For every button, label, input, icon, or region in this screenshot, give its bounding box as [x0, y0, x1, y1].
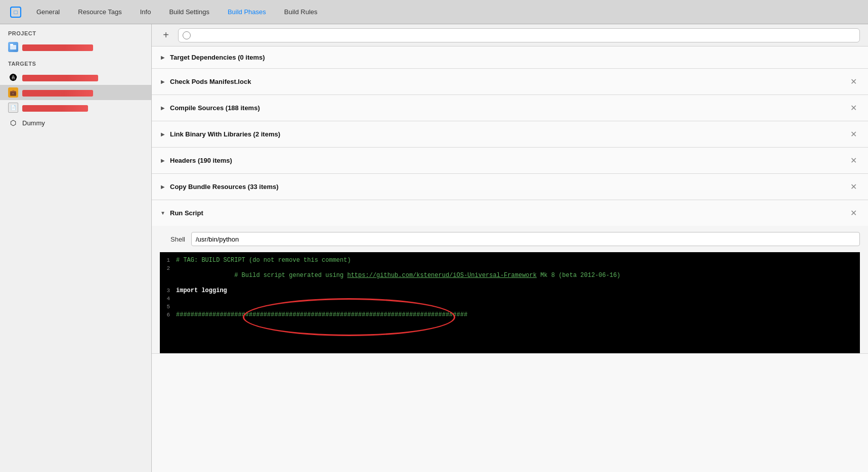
svg-rect-0 — [10, 45, 16, 50]
phase-close-headers[interactable]: ✕ — [847, 155, 860, 166]
sidebar-item-file[interactable]: 📄 — [0, 100, 151, 115]
line-content-5 — [176, 303, 860, 310]
search-icon — [183, 31, 191, 39]
code-line-6: 6 ######################################… — [160, 311, 860, 319]
xcode-icon: □ — [10, 7, 21, 18]
chevron-right-icon-2: ▶ — [160, 79, 166, 84]
phase-close-copy-bundle[interactable]: ✕ — [847, 181, 860, 193]
tab-build-settings[interactable]: Build Settings — [169, 6, 209, 18]
shell-row: Shell — [160, 232, 860, 246]
tab-build-phases[interactable]: Build Phases — [228, 6, 266, 18]
sidebar-item-app[interactable]: 🅐 — [0, 70, 151, 85]
run-script-body: Shell 1 # TAG: BUILD SCRIPT (do not remo… — [152, 226, 868, 353]
file-target-icon: 📄 — [8, 103, 18, 113]
line-num-3: 3 — [160, 287, 176, 294]
content-area: + ▶ Target Dependencies (0 items) ▶ Chec… — [152, 24, 868, 472]
file-target-label — [22, 104, 88, 111]
phase-copy-bundle: ▶ Copy Bundle Resources (33 items) ✕ — [152, 174, 868, 200]
add-phase-button[interactable]: + — [160, 29, 172, 41]
sidebar: PROJECT TARGETS 🅐 💼 — [0, 24, 152, 472]
cube-target-icon: ⬡ — [8, 118, 18, 128]
line-content-2: # Build script generated using https://g… — [176, 265, 860, 286]
phase-title-link-binary: Link Binary With Libraries (2 items) — [170, 130, 843, 138]
shell-label: Shell — [160, 235, 185, 243]
search-input[interactable] — [194, 32, 855, 39]
phase-title-run-script: Run Script — [170, 209, 843, 217]
line-num-2: 2 — [160, 265, 176, 271]
phase-check-pods: ▶ Check Pods Manifest.lock ✕ — [152, 69, 868, 95]
phase-header-check-pods[interactable]: ▶ Check Pods Manifest.lock ✕ — [152, 69, 868, 95]
phase-close-compile-sources[interactable]: ✕ — [847, 102, 860, 114]
chevron-down-icon: ▼ — [160, 210, 166, 216]
code-line-5: 5 — [160, 303, 860, 311]
tab-build-rules[interactable]: Build Rules — [284, 6, 318, 18]
project-icon — [8, 42, 18, 52]
code-line-1: 1 # TAG: BUILD SCRIPT (do not remove thi… — [160, 256, 860, 264]
tab-resource-tags[interactable]: Resource Tags — [78, 6, 121, 18]
line-content-4 — [176, 295, 860, 302]
phase-header-headers[interactable]: ▶ Headers (190 items) ✕ — [152, 148, 868, 173]
phase-headers: ▶ Headers (190 items) ✕ — [152, 148, 868, 174]
phase-close-link-binary[interactable]: ✕ — [847, 128, 860, 140]
targets-section-label: TARGETS — [0, 55, 151, 70]
project-section-label: PROJECT — [0, 24, 151, 39]
chevron-right-icon: ▶ — [160, 55, 166, 60]
sidebar-item-briefcase[interactable]: 💼 — [0, 85, 151, 100]
chevron-right-icon-5: ▶ — [160, 158, 166, 163]
tabs-container: General Resource Tags Info Build Setting… — [36, 6, 318, 18]
project-item-label — [22, 43, 93, 51]
content-toolbar: + — [152, 24, 868, 46]
line-num-1: 1 — [160, 257, 176, 263]
tab-bar: □ General Resource Tags Info Build Setti… — [0, 0, 868, 24]
tab-general[interactable]: General — [36, 6, 60, 18]
phase-title-target-dependencies: Target Dependencies (0 items) — [170, 54, 860, 61]
dummy-target-label: Dummy — [22, 119, 45, 127]
line-content-1: # TAG: BUILD SCRIPT (do not remove this … — [176, 257, 860, 264]
phase-title-copy-bundle: Copy Bundle Resources (33 items) — [170, 183, 843, 191]
chevron-right-icon-4: ▶ — [160, 131, 166, 137]
phase-close-check-pods[interactable]: ✕ — [847, 76, 860, 87]
main-layout: PROJECT TARGETS 🅐 💼 — [0, 24, 868, 472]
code-line-3: 3 import logging — [160, 287, 860, 295]
phase-title-check-pods: Check Pods Manifest.lock — [170, 78, 843, 85]
briefcase-target-icon: 💼 — [8, 87, 18, 98]
code-line-4: 4 — [160, 295, 860, 303]
phase-header-copy-bundle[interactable]: ▶ Copy Bundle Resources (33 items) ✕ — [152, 174, 868, 200]
phase-header-link-binary[interactable]: ▶ Link Binary With Libraries (2 items) ✕ — [152, 121, 868, 147]
app-target-label — [22, 73, 98, 81]
phase-header-target-dependencies[interactable]: ▶ Target Dependencies (0 items) — [152, 46, 868, 68]
code-editor: 1 # TAG: BUILD SCRIPT (do not remove thi… — [160, 252, 860, 353]
shell-input[interactable] — [191, 232, 860, 246]
phase-target-dependencies: ▶ Target Dependencies (0 items) — [152, 46, 868, 69]
phase-link-binary: ▶ Link Binary With Libraries (2 items) ✕ — [152, 121, 868, 148]
svg-rect-1 — [10, 44, 13, 45]
chevron-right-icon-6: ▶ — [160, 184, 166, 190]
line-content-6: ########################################… — [176, 311, 860, 318]
phase-title-compile-sources: Compile Sources (188 items) — [170, 104, 843, 112]
sidebar-item-project[interactable] — [0, 39, 151, 55]
phase-header-compile-sources[interactable]: ▶ Compile Sources (188 items) ✕ — [152, 95, 868, 121]
phases-list: ▶ Target Dependencies (0 items) ▶ Check … — [152, 46, 868, 472]
tab-info[interactable]: Info — [140, 6, 151, 18]
app-target-icon: 🅐 — [8, 72, 18, 82]
line-num-4: 4 — [160, 295, 176, 302]
sidebar-item-dummy[interactable]: ⬡ Dummy — [0, 115, 151, 130]
briefcase-target-label — [22, 88, 93, 96]
code-line-2: 2 # Build script generated using https:/… — [160, 264, 860, 287]
phase-close-run-script[interactable]: ✕ — [847, 207, 860, 219]
phase-title-headers: Headers (190 items) — [170, 157, 843, 164]
search-bar — [178, 28, 860, 42]
line-num-5: 5 — [160, 303, 176, 310]
chevron-right-icon-3: ▶ — [160, 105, 166, 111]
line-num-6: 6 — [160, 311, 176, 318]
project-file-icon — [8, 42, 18, 52]
phase-header-run-script[interactable]: ▼ Run Script ✕ — [152, 200, 868, 226]
phase-run-script: ▼ Run Script ✕ Shell 1 # TAG: — [152, 200, 868, 354]
phase-compile-sources: ▶ Compile Sources (188 items) ✕ — [152, 95, 868, 121]
line-content-3: import logging — [176, 287, 860, 294]
